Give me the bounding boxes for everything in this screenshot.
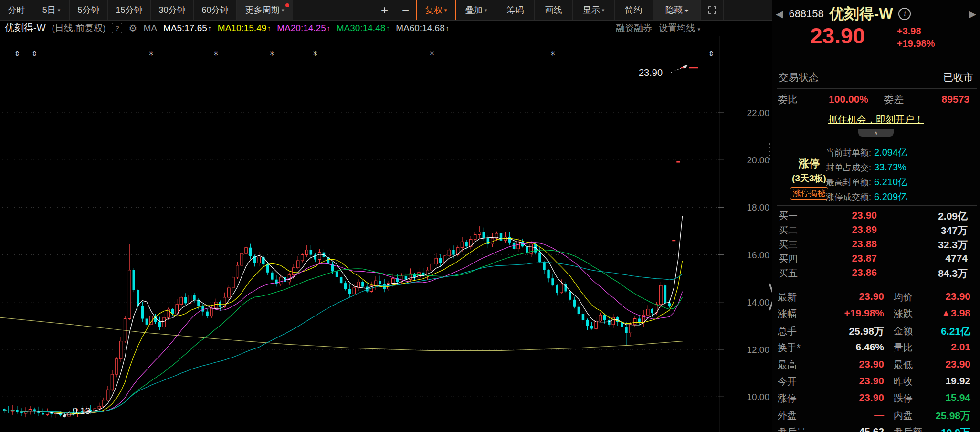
toolbar-button-60分钟[interactable]: 60分钟 [194, 0, 237, 20]
candlestick-chart[interactable]: 22.0020.0018.0016.0014.0012.0010.00✳✳✳✳✳… [0, 36, 772, 432]
next-stock-arrow[interactable]: ▶ [969, 8, 976, 20]
stock-code: 688158 [789, 8, 823, 20]
bid-price: 23.89 [824, 224, 877, 235]
bid-row[interactable]: 买五23.8684.3万 [772, 265, 980, 280]
candle-down [582, 314, 585, 320]
margin-trading-link[interactable]: 融资融券 [616, 22, 652, 34]
stat-row: 今开23.90昨收19.92 [772, 372, 980, 389]
toolbar-button-15分钟[interactable]: 15分钟 [108, 0, 151, 20]
info-icon[interactable]: i [898, 8, 911, 20]
candle-up [599, 315, 602, 321]
candle-down [500, 233, 503, 241]
bid-amount: 347万 [886, 224, 968, 237]
bid-row[interactable]: 买二23.89347万 [772, 222, 980, 237]
toolbar-button-简约[interactable]: 简约 [615, 0, 653, 20]
candle-up [258, 257, 261, 263]
chart-canvas[interactable]: 22.0020.0018.0016.0014.0012.0010.00✳✳✳✳✳… [0, 36, 772, 432]
candle-up [232, 277, 235, 288]
bid-row[interactable]: 买四23.874774 [772, 251, 980, 265]
candle-up [111, 374, 114, 390]
ma-value: MA5:17.65↑ [163, 23, 211, 33]
detail-label: 当前封单额: [810, 147, 871, 158]
help-icon[interactable]: ? [112, 23, 122, 33]
open-account-link[interactable]: 抓住机会，即刻开户！ [828, 113, 924, 126]
toolbar-button-label: − [402, 3, 409, 18]
toolbar-button-更多周期[interactable]: 更多周期▾ [237, 0, 293, 20]
toolbar-button-隐藏[interactable]: 隐藏▸▸ [653, 0, 701, 20]
candle-limit-dash [672, 240, 675, 242]
stat-value: 23.90 [818, 375, 884, 387]
ma-long-line [0, 317, 683, 350]
candle-down [3, 409, 6, 411]
stat-label: 涨停 [778, 392, 797, 405]
bid-row[interactable]: 买一23.902.09亿 [772, 208, 980, 222]
candle-up [106, 390, 109, 400]
stat-label: 盘后量 [778, 426, 806, 432]
up-arrow-icon: ↑ [327, 24, 330, 32]
event-marker-star-icon: ✳ [429, 49, 435, 57]
candle-down [33, 409, 36, 410]
bid-price: 23.90 [824, 210, 877, 221]
bid-price: 23.86 [824, 267, 877, 278]
candle-down [556, 285, 558, 293]
toolbar-button-label: + [381, 3, 388, 18]
toolbar-button-分时[interactable]: 分时 [0, 0, 33, 20]
bid-row[interactable]: 买三23.8832.3万 [772, 237, 980, 251]
fullscreen-icon[interactable] [701, 0, 724, 20]
chevron-down-icon: ▾ [602, 7, 605, 13]
candle-up [353, 288, 356, 294]
candle-down [184, 297, 187, 303]
candle-up [392, 278, 395, 283]
toolbar-button-复权[interactable]: 复权▾ [416, 0, 456, 20]
candle-down [638, 319, 641, 322]
limit-up-detail-row: 封单占成交:33.73% [810, 160, 961, 175]
prev-stock-arrow[interactable]: ◀ [776, 8, 783, 20]
toolbar-button-zoom-out[interactable]: − [395, 0, 416, 20]
detail-value: 33.73% [874, 162, 906, 173]
stat-row: 最高23.90最低23.90 [772, 356, 980, 372]
ma10-line [4, 238, 683, 414]
ma-value: MA20:14.25↑ [277, 23, 330, 33]
stat-label: 内盘 [894, 409, 913, 422]
last-price-annotation: 23.90 [639, 67, 663, 78]
stat-row: 最新23.90均价23.90 [772, 288, 980, 305]
candle-up [228, 288, 231, 297]
candle-down [379, 281, 381, 284]
axis-label: 12.00 [747, 345, 769, 355]
limit-up-details: 当前封单额:2.094亿封单占成交:33.73%最高封单额:6.210亿涨停成交… [810, 145, 961, 204]
toolbar-button-显示[interactable]: 显示▾ [573, 0, 615, 20]
detail-label: 涨停成交额: [810, 191, 871, 203]
stat-value: 6.21亿 [915, 325, 970, 338]
stat-row: 盘后量45.62盘后额10.9万 [772, 423, 980, 432]
candle-up [102, 400, 105, 406]
toolbar-button-叠加[interactable]: 叠加▾ [456, 0, 496, 20]
candle-down [551, 278, 554, 285]
candle-up [478, 232, 481, 234]
toolbar-button-筹码[interactable]: 筹码 [496, 0, 535, 20]
stats-grid: 最新23.90均价23.90涨幅+19.98%涨跌▲3.98总手25.98万金额… [772, 288, 980, 432]
candle-down [543, 262, 546, 270]
candle-down [336, 271, 338, 277]
annotation-arrow [671, 66, 685, 73]
candle-up [241, 253, 243, 265]
ma-settings-button[interactable]: 设置均线 ▾ [659, 22, 700, 34]
candle-limit-dash [676, 161, 680, 163]
bid-label: 买五 [779, 267, 798, 280]
ma-value: MA10:15.49↑ [218, 23, 271, 33]
gear-icon[interactable]: ⚙ [128, 22, 137, 34]
stat-value: 15.94 [915, 392, 970, 403]
stat-row: 涨幅+19.98%涨跌▲3.98 [772, 305, 980, 321]
candle-down [483, 232, 485, 238]
candle-up [29, 409, 32, 411]
candle-up [128, 270, 131, 319]
toolbar-button-画线[interactable]: 画线 [535, 0, 573, 20]
toolbar-button-zoom-in[interactable]: + [374, 0, 395, 20]
section-collapse-tab[interactable]: ∧ [858, 129, 894, 137]
toolbar-button-5日[interactable]: 5日▾ [33, 0, 70, 20]
toolbar-button-30分钟[interactable]: 30分钟 [151, 0, 194, 20]
toolbar-button-label: 30分钟 [158, 4, 185, 16]
stat-value: 2.01 [915, 341, 970, 353]
stock-name: 优刻得-W [830, 4, 893, 24]
detail-value: 2.094亿 [874, 146, 907, 159]
toolbar-button-5分钟[interactable]: 5分钟 [70, 0, 108, 20]
